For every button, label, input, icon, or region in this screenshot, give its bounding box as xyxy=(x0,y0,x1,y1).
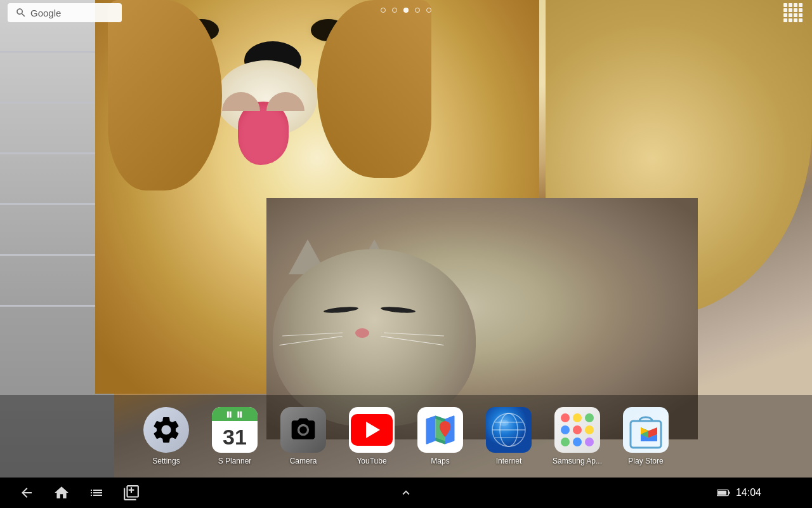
camera-icon xyxy=(289,416,317,444)
warning-icon xyxy=(702,488,712,498)
page-dot-2[interactable] xyxy=(392,8,397,13)
up-button[interactable] xyxy=(399,486,413,500)
clock-display: 14:04 xyxy=(736,487,761,498)
app-playstore[interactable]: Play Store xyxy=(617,407,674,465)
internet-label: Internet xyxy=(496,457,522,465)
status-bar: Google xyxy=(0,0,812,25)
settings-label: Settings xyxy=(152,457,180,465)
playstore-label: Play Store xyxy=(628,457,663,465)
search-icon xyxy=(15,7,27,18)
nav-left-buttons xyxy=(19,485,140,501)
app-internet[interactable]: Internet xyxy=(480,407,537,465)
wifi-icon xyxy=(766,488,778,498)
maps-icon xyxy=(421,411,459,449)
page-indicator xyxy=(381,8,431,13)
nav-right-status: 14:04 xyxy=(671,487,793,498)
battery-icon xyxy=(717,488,731,498)
app-camera[interactable]: Camera xyxy=(275,407,332,465)
samsung-icon xyxy=(561,413,594,446)
nav-center xyxy=(399,486,413,500)
grid-icon xyxy=(783,3,802,22)
planner-header: ▐▌ ▐▌ xyxy=(212,407,258,421)
screenshot-button[interactable] xyxy=(123,485,140,501)
youtube-label: YouTube xyxy=(357,457,386,465)
all-apps-button[interactable] xyxy=(782,1,804,24)
settings-icon xyxy=(150,414,182,446)
app-maps[interactable]: Maps xyxy=(412,407,469,465)
dock-bar: Settings ▐▌ ▐▌ 31 S Planner Camera You xyxy=(0,395,812,478)
app-settings[interactable]: Settings xyxy=(138,407,195,465)
recent-apps-button[interactable] xyxy=(89,485,104,500)
usb-icon xyxy=(671,488,681,498)
internet-icon xyxy=(486,407,532,453)
app-youtube[interactable]: YouTube xyxy=(343,407,400,465)
recycle-icon xyxy=(686,488,697,498)
app-splanner[interactable]: ▐▌ ▐▌ 31 S Planner xyxy=(206,407,263,465)
page-dot-3[interactable] xyxy=(403,8,409,13)
signal-icon xyxy=(783,488,793,498)
camera-label: Camera xyxy=(290,457,317,465)
samsung-label: Samsung Ap... xyxy=(553,457,602,465)
page-dot-1[interactable] xyxy=(381,8,386,13)
youtube-icon xyxy=(351,414,393,446)
search-label: Google xyxy=(30,8,61,18)
navigation-bar: 14:04 xyxy=(0,478,812,508)
maps-label: Maps xyxy=(431,457,449,465)
splanner-label: S Planner xyxy=(218,457,252,465)
home-button[interactable] xyxy=(53,485,70,501)
back-button[interactable] xyxy=(19,485,34,500)
app-samsung[interactable]: Samsung Ap... xyxy=(549,407,606,465)
svg-point-7 xyxy=(499,420,509,426)
google-search-bar[interactable]: Google xyxy=(8,3,122,22)
playstore-icon xyxy=(625,410,666,450)
page-dot-4[interactable] xyxy=(415,8,420,13)
page-dot-5[interactable] xyxy=(426,8,431,13)
planner-date-area: 31 xyxy=(223,421,247,453)
svg-rect-15 xyxy=(728,491,730,494)
planner-date: 31 xyxy=(223,426,247,448)
svg-rect-14 xyxy=(717,491,726,495)
